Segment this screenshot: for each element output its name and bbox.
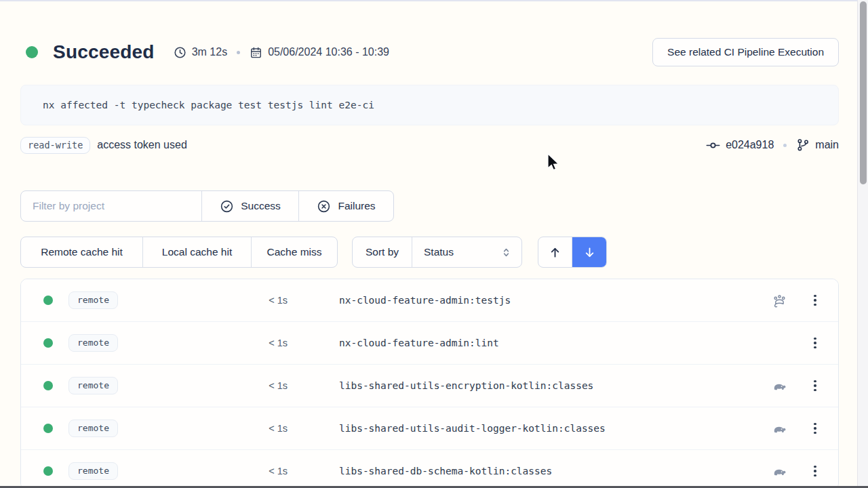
cache-sort-row: Remote cache hit Local cache hit Cache m… [20,237,839,268]
task-success-dot [43,381,53,390]
task-success-dot [43,296,53,305]
git-commit-icon [706,138,720,152]
cache-source-badge: remote [68,334,118,352]
success-filter-label: Success [241,200,281,212]
gradle-icon [772,464,787,479]
task-row[interactable]: remote < 1s nx-cloud-feature-admin:lint [21,322,838,365]
jest-icon [772,293,787,308]
vertical-scrollbar[interactable] [857,0,868,488]
task-success-dot [43,466,53,476]
task-duration: < 1s [118,295,288,306]
task-duration: < 1s [118,380,288,391]
project-filter-group: Success Failures [20,190,394,222]
cache-source-badge: remote [68,420,118,437]
see-related-pipeline-button[interactable]: See related CI Pipeline Execution [652,38,839,66]
task-menu-button[interactable] [810,293,821,308]
task-list: remote < 1s nx-cloud-feature-admin:testj… [20,279,839,488]
cache-filter-group: Remote cache hit Local cache hit Cache m… [20,237,338,268]
failures-filter-label: Failures [338,200,375,212]
gradle-icon [772,421,787,436]
sort-by-label: Sort by [353,237,412,267]
task-row[interactable]: remote < 1s nx-cloud-feature-admin:testj… [21,279,838,322]
sort-by-text: Sort by [366,246,399,258]
empty-tool-slot [771,335,787,351]
page-title: Succeeded [53,41,155,63]
local-cache-hit-label: Local cache hit [162,246,232,258]
task-menu-button[interactable] [810,464,821,479]
x-circle-icon [317,199,331,214]
local-cache-hit-button[interactable]: Local cache hit [143,237,252,267]
clock-icon [174,46,186,59]
meta-separator-dot [237,51,240,54]
gradle-icon [772,378,787,394]
remote-cache-hit-label: Remote cache hit [41,246,123,258]
task-duration: < 1s [118,338,288,348]
token-row: read-write access token used e024a918 ma… [20,136,839,155]
task-name[interactable]: libs-shared-db-schema-kotlin:classes [339,466,552,476]
sort-selected-value: Status [424,246,454,258]
date-range-text: 05/06/2024 10:36 - 10:39 [268,46,389,58]
status-dot [26,46,38,58]
cache-source-badge: remote [68,377,118,394]
task-name[interactable]: libs-shared-utils-audit-logger-kotlin:cl… [339,423,606,434]
cache-source-badge: remote [68,291,118,309]
task-duration: < 1s [118,466,288,476]
success-filter-button[interactable]: Success [202,191,299,221]
main-content: Succeeded 3m 12s 05/06/2024 10:36 - 10:3… [20,0,839,488]
vcs-info: e024a918 main [706,138,839,152]
nx-cloud-run-page: Succeeded 3m 12s 05/06/2024 10:36 - 10:3… [0,0,868,488]
calendar-icon [250,46,262,59]
sort-group: Sort by Status [352,237,522,268]
scrollbar-thumb[interactable] [860,1,867,184]
task-row[interactable]: remote < 1s libs-shared-db-schema-kotlin… [21,450,838,488]
run-command-text: nx affected -t typecheck package test te… [43,100,374,110]
task-menu-button[interactable] [810,336,821,350]
task-name[interactable]: nx-cloud-feature-admin:lint [339,338,499,348]
task-duration: < 1s [118,423,288,434]
branch-name[interactable]: main [815,139,839,151]
run-meta: 3m 12s 05/06/2024 10:36 - 10:39 [174,46,389,59]
chevron-updown-icon [500,247,512,258]
task-name[interactable]: nx-cloud-feature-admin:testjs [339,295,511,306]
access-token-badge: read-write [20,137,90,154]
failures-filter-button[interactable]: Failures [299,191,393,221]
cache-miss-button[interactable]: Cache miss [252,237,337,267]
commit-sha[interactable]: e024a918 [726,139,774,151]
cache-source-badge: remote [68,462,118,480]
sort-descending-button[interactable] [572,237,606,267]
sort-direction-group [538,237,607,268]
task-menu-button[interactable] [810,378,821,393]
sort-ascending-button[interactable] [538,237,572,267]
git-branch-icon [796,138,810,152]
filter-by-project-input[interactable] [21,191,202,221]
task-row[interactable]: remote < 1s libs-shared-utils-encryption… [21,365,838,407]
arrow-up-icon [548,245,562,260]
cache-miss-label: Cache miss [267,246,322,258]
sort-select[interactable]: Status [412,237,521,267]
task-success-dot [43,424,53,433]
run-command-box: nx affected -t typecheck package test te… [20,85,839,125]
arrow-down-icon [583,245,597,260]
filter-row: Success Failures [20,190,839,222]
check-circle-icon [220,199,234,214]
access-token-text: access token used [97,139,187,151]
task-name[interactable]: libs-shared-utils-encryption-kotlin:clas… [339,380,593,391]
task-menu-button[interactable] [810,421,821,436]
run-header: Succeeded 3m 12s 05/06/2024 10:36 - 10:3… [20,37,839,67]
task-row[interactable]: remote < 1s libs-shared-utils-audit-logg… [21,407,838,450]
remote-cache-hit-button[interactable]: Remote cache hit [21,237,143,267]
duration-text: 3m 12s [192,46,227,58]
task-success-dot [43,338,53,348]
vcs-separator-dot [783,144,787,147]
